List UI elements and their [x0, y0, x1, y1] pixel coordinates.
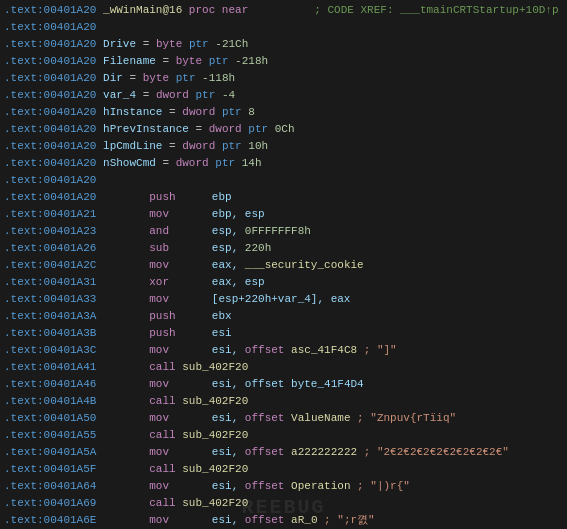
code-line: .text:00401A2C mov eax, ___security_cook…	[0, 257, 567, 274]
proc-label: _wWinMain@16	[103, 2, 182, 19]
type-keyword: dword	[209, 121, 242, 138]
code-line: .text:00401A20 hPrevInstance = dword ptr…	[0, 121, 567, 138]
call-mnem: call	[149, 427, 175, 444]
address: .text:00401A20	[4, 70, 96, 87]
op1: esi,	[212, 444, 238, 461]
ptr-keyword: ptr	[209, 53, 229, 70]
offset-kw: offset	[245, 444, 285, 461]
var-name: nShowCmd	[103, 155, 156, 172]
address: .text:00401A20	[4, 121, 96, 138]
var-name: Dir	[103, 70, 123, 87]
op2: 0FFFFFFF8h	[245, 223, 311, 240]
ptr-keyword: ptr	[222, 104, 242, 121]
type-keyword: byte	[176, 53, 202, 70]
equals: =	[143, 36, 150, 53]
code-line: .text:00401A20	[0, 19, 567, 36]
mnemonic: mov	[149, 512, 205, 529]
address: .text:00401A41	[4, 359, 96, 376]
offset-kw: offset	[245, 342, 285, 359]
address: .text:00401A50	[4, 410, 96, 427]
code-line: .text:00401A5F call sub_402F20	[0, 461, 567, 478]
address: .text:00401A21	[4, 206, 96, 223]
ptr-keyword: ptr	[222, 138, 242, 155]
offset-value: 14h	[242, 155, 262, 172]
type-keyword: dword	[182, 138, 215, 155]
address: .text:00401A20	[4, 104, 96, 121]
call-target: sub_402F20	[182, 393, 248, 410]
string-comment: ; "]"	[364, 342, 397, 359]
code-line: .text:00401A20 Filename = byte ptr -218h	[0, 53, 567, 70]
op1: esi,	[212, 512, 238, 529]
type-keyword: byte	[143, 70, 169, 87]
mnemonic: push	[149, 189, 205, 206]
address: .text:00401A55	[4, 427, 96, 444]
code-line: .text:00401A20 var_4 = dword ptr -4	[0, 87, 567, 104]
equals: =	[162, 53, 169, 70]
symbol: a222222222	[291, 444, 357, 461]
address: .text:00401A2C	[4, 257, 96, 274]
op1: esi,	[212, 410, 238, 427]
var-name: hInstance	[103, 104, 162, 121]
var-name: hPrevInstance	[103, 121, 189, 138]
mnemonic: mov	[149, 376, 205, 393]
address: .text:00401A20	[4, 53, 96, 70]
address: .text:00401A46	[4, 376, 96, 393]
type-keyword: dword	[156, 87, 189, 104]
mnemonic: mov	[149, 206, 205, 223]
type-keyword: dword	[182, 104, 215, 121]
op1: eax,	[212, 274, 238, 291]
address: .text:00401A26	[4, 240, 96, 257]
mnemonic: mov	[149, 342, 205, 359]
offset-value: -4	[222, 87, 235, 104]
call-target: sub_402F20	[182, 461, 248, 478]
code-line: .text:00401A20 push ebp	[0, 189, 567, 206]
code-line: .text:00401A23 and esp, 0FFFFFFF8h	[0, 223, 567, 240]
op2: esp	[245, 274, 265, 291]
op1: esi,	[212, 342, 238, 359]
offset-kw: offset	[245, 478, 285, 495]
proc-keyword: proc near	[189, 2, 248, 19]
code-line: .text:00401A3C mov esi, offset asc_41F4C…	[0, 342, 567, 359]
code-line: .text:00401A20 lpCmdLine = dword ptr 10h	[0, 138, 567, 155]
code-line: .text:00401A64 mov esi, offset Operation…	[0, 478, 567, 495]
call-target: sub_402F20	[182, 495, 248, 512]
op1: ebp,	[212, 206, 238, 223]
address: .text:00401A20	[4, 87, 96, 104]
ptr-keyword: ptr	[196, 87, 216, 104]
address: .text:00401A6E	[4, 512, 96, 529]
code-line: .text:00401A33 mov [esp+220h+var_4], eax	[0, 291, 567, 308]
ptr-keyword: ptr	[215, 155, 235, 172]
mnemonic: push	[149, 308, 205, 325]
mnemonic: mov	[149, 478, 205, 495]
op2: 220h	[245, 240, 271, 257]
address: .text:00401A20	[4, 138, 96, 155]
symbol: Operation	[291, 478, 350, 495]
mnemonic: and	[149, 223, 205, 240]
op1: esi,	[212, 376, 238, 393]
address: .text:00401A3B	[4, 325, 96, 342]
code-line: .text:00401A20 Drive = byte ptr -21Ch	[0, 36, 567, 53]
type-keyword: dword	[176, 155, 209, 172]
call-target: sub_402F20	[182, 359, 248, 376]
address: .text:00401A20	[4, 172, 96, 189]
type-keyword: byte	[156, 36, 182, 53]
code-line: .text:00401A5A mov esi, offset a22222222…	[0, 444, 567, 461]
disassembly-view[interactable]: .text:00401A20 _wWinMain@16 proc near ; …	[0, 0, 567, 529]
offset-value: 0Ch	[275, 121, 295, 138]
address: .text:00401A20	[4, 155, 96, 172]
code-line: .text:00401A20 _wWinMain@16 proc near ; …	[0, 2, 567, 19]
mnemonic: mov	[149, 410, 205, 427]
code-line: .text:00401A41 call sub_402F20	[0, 359, 567, 376]
op1: esp,	[212, 223, 238, 240]
address: .text:00401A20	[4, 36, 96, 53]
symbol: aR_0	[291, 512, 317, 529]
op1: eax,	[212, 257, 238, 274]
code-line: .text:00401A20 Dir = byte ptr -118h	[0, 70, 567, 87]
symbol: asc_41F4C8	[291, 342, 357, 359]
address: .text:00401A3A	[4, 308, 96, 325]
code-line: .text:00401A55 call sub_402F20	[0, 427, 567, 444]
equals: =	[129, 70, 136, 87]
address: .text:00401A31	[4, 274, 96, 291]
call-mnem: call	[149, 393, 175, 410]
string-comment: ; "Znpuv{rTïiq"	[357, 410, 456, 427]
